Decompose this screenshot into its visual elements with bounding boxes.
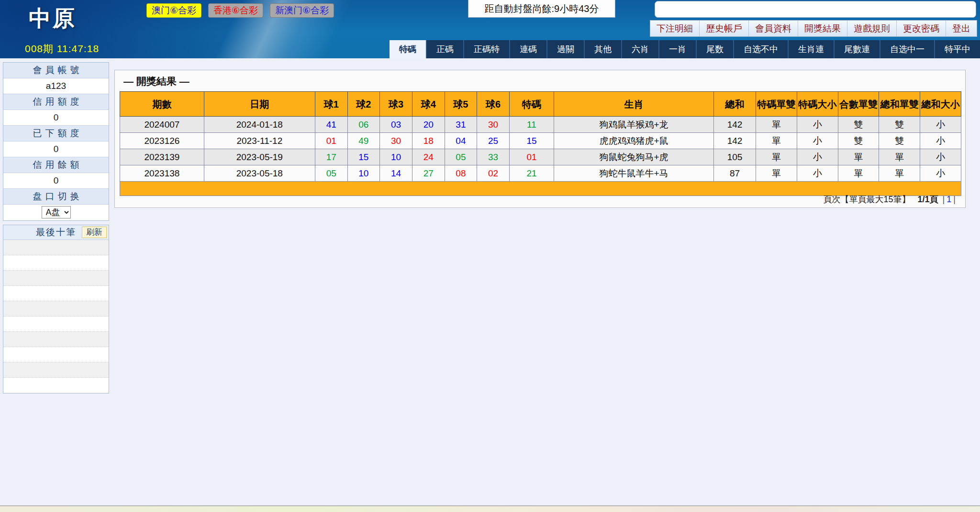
table-row: 20231392023-05-1917151024053301狗鼠蛇兔狗马+虎1… (120, 149, 961, 165)
tab-一肖[interactable]: 一肖 (658, 40, 696, 58)
ball-number: 10 (380, 149, 412, 165)
tab-正碼特[interactable]: 正碼特 (463, 40, 509, 58)
last-bet-row (3, 240, 109, 255)
period-cell: 2023126 (120, 133, 204, 149)
special-number: 01 (509, 149, 554, 165)
zodiac-cell: 狗鸡鼠羊猴鸡+龙 (554, 117, 714, 133)
col-header: 球5 (445, 92, 477, 117)
stat-cell: 小 (920, 117, 961, 133)
date-cell: 2023-05-18 (204, 165, 315, 182)
zodiac-cell: 虎虎鸡鸡猪虎+鼠 (554, 133, 714, 149)
stat-cell: 小 (797, 149, 838, 165)
menu-item[interactable]: 遊戲規則 (847, 21, 896, 36)
menu-item[interactable]: 更改密碼 (896, 21, 946, 36)
menu-item[interactable]: 會員資料 (748, 21, 798, 36)
date-cell: 2023-05-19 (204, 149, 315, 165)
ball-number: 06 (347, 117, 380, 133)
account-panel: 會員帳號a123信用額度0已下額度0信用餘額0盘口切换A盘 (3, 62, 109, 221)
ball-number: 27 (412, 165, 445, 182)
last-bets-rows (3, 240, 109, 393)
ball-number: 31 (445, 117, 477, 133)
menu-item[interactable]: 登出 (946, 21, 977, 36)
tab-特碼[interactable]: 特碼 (390, 40, 426, 58)
tab-過關[interactable]: 過關 (546, 40, 584, 58)
results-header-row: 期數日期球1球2球3球4球5球6特碼生肖總和特碼單雙特碼大小合數單雙總和單雙總和… (120, 92, 961, 117)
last-bet-row (3, 255, 109, 271)
ball-number: 25 (477, 133, 510, 149)
plate-label: 盘口切换 (3, 189, 109, 205)
tab-連碼[interactable]: 連碼 (509, 40, 546, 58)
tab-特平中[interactable]: 特平中 (934, 40, 980, 58)
pagination-separator: | (943, 195, 945, 204)
last-bets-header: 最後十筆 刷新 (3, 225, 109, 240)
tab-尾数[interactable]: 尾数 (696, 40, 733, 58)
lottery-button[interactable]: 香港⑥合彩 (208, 3, 263, 18)
ball-number: 05 (315, 165, 347, 182)
tab-尾數連[interactable]: 尾數連 (834, 40, 880, 58)
stat-cell: 雙 (879, 117, 920, 133)
field-label: 會員帳號 (3, 63, 109, 78)
lottery-button[interactable]: 澳门⑥合彩 (146, 3, 201, 18)
last-bets-label: 最後十筆 (36, 227, 76, 237)
tab-其他[interactable]: 其他 (584, 40, 621, 58)
col-header: 總和大小 (920, 92, 961, 117)
last-bet-row (3, 362, 109, 378)
stat-cell: 雙 (879, 133, 920, 149)
tab-自选中一[interactable]: 自选中一 (880, 40, 934, 58)
ball-number: 03 (380, 117, 412, 133)
total-cell: 142 (714, 117, 756, 133)
col-header: 特碼單雙 (756, 92, 797, 117)
page-link[interactable]: 1 (947, 195, 951, 204)
total-cell: 105 (714, 149, 756, 165)
plate-select[interactable]: A盘 (42, 206, 71, 218)
zodiac-cell: 狗蛇牛鼠羊牛+马 (554, 165, 714, 182)
period-cell: 2023139 (120, 149, 204, 165)
ball-number: 49 (347, 133, 380, 149)
ball-number: 02 (477, 165, 510, 182)
top-banner: 中原 澳门⑥合彩香港⑥合彩新澳门⑥合彩 距自動封盤尚餘:9小時43分 下注明細歷… (0, 0, 980, 58)
stat-cell: 小 (797, 133, 838, 149)
period-cell: 2024007 (120, 117, 204, 133)
menu-item[interactable]: 開獎結果 (798, 21, 847, 36)
last-bet-row (3, 332, 109, 347)
ball-number: 30 (477, 117, 510, 133)
field-value: 0 (3, 173, 109, 189)
user-menu: 下注明細歷史帳戶會員資料開獎結果遊戲規則更改密碼登出 (650, 20, 977, 37)
zodiac-cell: 狗鼠蛇兔狗马+虎 (554, 149, 714, 165)
last-bet-row (3, 316, 109, 332)
last-bet-row (3, 286, 109, 301)
col-header: 球6 (477, 92, 510, 117)
ball-number: 10 (347, 165, 380, 182)
countdown-box: 距自動封盤尚餘:9小時43分 (468, 0, 615, 18)
game-tabs: 特碼正碼正碼特連碼過關其他六肖一肖尾数自选不中生肖連尾數連自选中一特平中 (390, 40, 980, 58)
col-header: 球3 (380, 92, 412, 117)
stat-cell: 雙 (838, 133, 879, 149)
menu-item[interactable]: 下注明細 (650, 21, 699, 36)
lottery-buttons: 澳门⑥合彩香港⑥合彩新澳门⑥合彩 (146, 3, 334, 18)
tab-正碼[interactable]: 正碼 (426, 40, 463, 58)
tab-生肖連[interactable]: 生肖連 (788, 40, 834, 58)
col-header: 期數 (120, 92, 204, 117)
special-number: 21 (509, 165, 554, 182)
date-cell: 2024-01-18 (204, 117, 315, 133)
col-header: 特碼 (509, 92, 554, 117)
last-bet-row (3, 271, 109, 286)
date-cell: 2023-11-12 (204, 133, 315, 149)
menu-item[interactable]: 歷史帳戶 (699, 21, 748, 36)
stat-cell: 雙 (838, 117, 879, 133)
stat-cell: 單 (879, 165, 920, 182)
ball-number: 30 (380, 133, 412, 149)
table-row: 20231382023-05-1805101427080221狗蛇牛鼠羊牛+马8… (120, 165, 961, 182)
tab-六肖[interactable]: 六肖 (621, 40, 658, 58)
refresh-button[interactable]: 刷新 (82, 227, 107, 238)
ball-number: 14 (380, 165, 412, 182)
stat-cell: 單 (838, 149, 879, 165)
pagination-prefix: 頁次【單頁最大15筆】 (824, 195, 911, 204)
field-value: 0 (3, 142, 109, 157)
ball-number: 17 (315, 149, 347, 165)
lottery-button[interactable]: 新澳门⑥合彩 (270, 3, 334, 18)
tab-自选不中[interactable]: 自选不中 (733, 40, 788, 58)
col-header: 總和單雙 (879, 92, 920, 117)
field-label: 信用餘額 (3, 157, 109, 173)
top-white-box (655, 1, 976, 18)
